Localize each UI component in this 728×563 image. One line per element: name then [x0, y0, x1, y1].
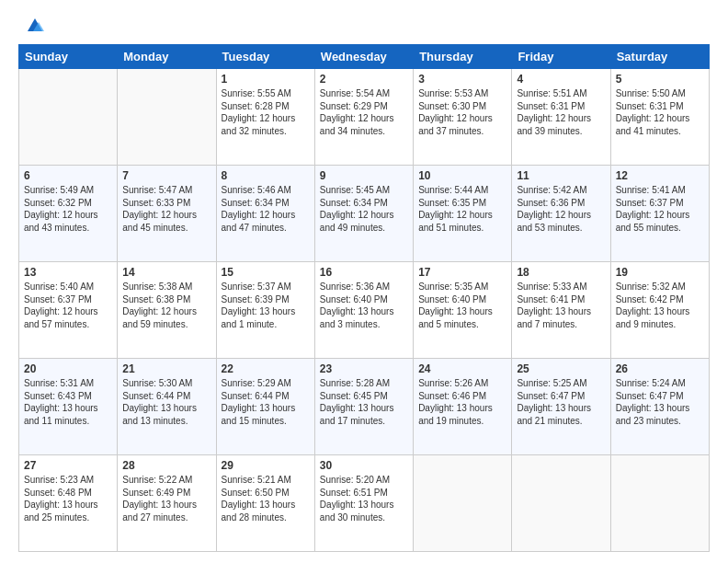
day-info: Sunrise: 5:22 AM Sunset: 6:49 PM Dayligh…	[122, 474, 210, 523]
calendar-cell: 9Sunrise: 5:45 AM Sunset: 6:34 PM Daylig…	[314, 166, 413, 262]
day-number: 6	[24, 169, 112, 182]
calendar-cell: 13Sunrise: 5:40 AM Sunset: 6:37 PM Dayli…	[19, 262, 118, 359]
calendar-cell: 11Sunrise: 5:42 AM Sunset: 6:36 PM Dayli…	[512, 166, 610, 262]
calendar-day-header: Thursday	[414, 45, 512, 69]
day-info: Sunrise: 5:53 AM Sunset: 6:30 PM Dayligh…	[418, 87, 506, 137]
logo	[18, 15, 44, 35]
day-info: Sunrise: 5:37 AM Sunset: 6:39 PM Dayligh…	[222, 281, 310, 330]
calendar-day-header: Tuesday	[216, 45, 314, 69]
day-info: Sunrise: 5:32 AM Sunset: 6:42 PM Dayligh…	[616, 281, 704, 330]
day-number: 7	[122, 169, 210, 182]
calendar-cell: 10Sunrise: 5:44 AM Sunset: 6:35 PM Dayli…	[414, 166, 512, 262]
day-info: Sunrise: 5:44 AM Sunset: 6:35 PM Dayligh…	[418, 184, 506, 234]
calendar-cell: 3Sunrise: 5:53 AM Sunset: 6:30 PM Daylig…	[414, 69, 512, 166]
calendar-cell: 29Sunrise: 5:21 AM Sunset: 6:50 PM Dayli…	[216, 455, 314, 552]
calendar-cell: 23Sunrise: 5:28 AM Sunset: 6:45 PM Dayli…	[314, 359, 413, 455]
day-number: 12	[616, 169, 704, 182]
calendar-cell: 22Sunrise: 5:29 AM Sunset: 6:44 PM Dayli…	[216, 359, 314, 455]
calendar-cell: 4Sunrise: 5:51 AM Sunset: 6:31 PM Daylig…	[512, 69, 610, 166]
calendar-day-header: Saturday	[610, 45, 709, 69]
calendar-cell: 21Sunrise: 5:30 AM Sunset: 6:44 PM Dayli…	[118, 359, 216, 455]
calendar-day-header: Friday	[512, 45, 610, 69]
calendar-cell: 19Sunrise: 5:32 AM Sunset: 6:42 PM Dayli…	[610, 262, 709, 359]
day-info: Sunrise: 5:24 AM Sunset: 6:47 PM Dayligh…	[616, 377, 704, 427]
day-info: Sunrise: 5:55 AM Sunset: 6:28 PM Dayligh…	[222, 87, 310, 137]
day-info: Sunrise: 5:31 AM Sunset: 6:43 PM Dayligh…	[24, 377, 112, 427]
calendar-header-row: SundayMondayTuesdayWednesdayThursdayFrid…	[19, 45, 710, 69]
day-number: 23	[320, 362, 408, 375]
day-number: 9	[320, 169, 408, 182]
day-info: Sunrise: 5:26 AM Sunset: 6:46 PM Dayligh…	[418, 377, 506, 427]
day-number: 25	[517, 362, 605, 375]
calendar-cell: 27Sunrise: 5:23 AM Sunset: 6:48 PM Dayli…	[19, 455, 118, 552]
day-number: 21	[122, 362, 210, 375]
day-number: 11	[517, 169, 605, 182]
day-number: 24	[418, 362, 506, 375]
calendar-cell: 17Sunrise: 5:35 AM Sunset: 6:40 PM Dayli…	[414, 262, 512, 359]
day-info: Sunrise: 5:28 AM Sunset: 6:45 PM Dayligh…	[320, 377, 408, 427]
calendar-cell: 20Sunrise: 5:31 AM Sunset: 6:43 PM Dayli…	[19, 359, 118, 455]
calendar-week-row: 1Sunrise: 5:55 AM Sunset: 6:28 PM Daylig…	[19, 69, 710, 166]
calendar-cell: 12Sunrise: 5:41 AM Sunset: 6:37 PM Dayli…	[610, 166, 709, 262]
day-number: 22	[222, 362, 310, 375]
day-number: 17	[418, 266, 506, 279]
day-info: Sunrise: 5:25 AM Sunset: 6:47 PM Dayligh…	[517, 377, 605, 427]
calendar-cell: 18Sunrise: 5:33 AM Sunset: 6:41 PM Dayli…	[512, 262, 610, 359]
day-info: Sunrise: 5:23 AM Sunset: 6:48 PM Dayligh…	[24, 474, 112, 523]
day-number: 18	[517, 266, 605, 279]
day-info: Sunrise: 5:38 AM Sunset: 6:38 PM Dayligh…	[122, 281, 210, 330]
day-number: 1	[222, 73, 310, 86]
calendar-cell: 16Sunrise: 5:36 AM Sunset: 6:40 PM Dayli…	[314, 262, 413, 359]
day-number: 30	[320, 459, 408, 472]
calendar-cell: 2Sunrise: 5:54 AM Sunset: 6:29 PM Daylig…	[314, 69, 413, 166]
page: SundayMondayTuesdayWednesdayThursdayFrid…	[0, 0, 728, 563]
calendar-cell	[414, 455, 512, 552]
calendar-week-row: 27Sunrise: 5:23 AM Sunset: 6:48 PM Dayli…	[19, 455, 710, 552]
calendar-cell: 5Sunrise: 5:50 AM Sunset: 6:31 PM Daylig…	[610, 69, 709, 166]
day-info: Sunrise: 5:47 AM Sunset: 6:33 PM Dayligh…	[122, 184, 210, 234]
day-info: Sunrise: 5:21 AM Sunset: 6:50 PM Dayligh…	[222, 474, 310, 523]
calendar-cell: 6Sunrise: 5:49 AM Sunset: 6:32 PM Daylig…	[19, 166, 118, 262]
day-info: Sunrise: 5:20 AM Sunset: 6:51 PM Dayligh…	[320, 474, 408, 523]
day-info: Sunrise: 5:46 AM Sunset: 6:34 PM Dayligh…	[222, 184, 310, 234]
day-number: 4	[517, 73, 605, 86]
calendar-day-header: Wednesday	[314, 45, 413, 69]
calendar-cell: 30Sunrise: 5:20 AM Sunset: 6:51 PM Dayli…	[314, 455, 413, 552]
day-info: Sunrise: 5:50 AM Sunset: 6:31 PM Dayligh…	[616, 87, 704, 137]
day-info: Sunrise: 5:33 AM Sunset: 6:41 PM Dayligh…	[517, 281, 605, 330]
day-info: Sunrise: 5:40 AM Sunset: 6:37 PM Dayligh…	[24, 281, 112, 330]
calendar-cell	[610, 455, 709, 552]
header	[18, 15, 710, 35]
day-number: 20	[24, 362, 112, 375]
day-number: 3	[418, 73, 506, 86]
calendar-cell	[512, 455, 610, 552]
day-number: 10	[418, 169, 506, 182]
calendar-week-row: 6Sunrise: 5:49 AM Sunset: 6:32 PM Daylig…	[19, 166, 710, 262]
day-info: Sunrise: 5:45 AM Sunset: 6:34 PM Dayligh…	[320, 184, 408, 234]
day-number: 8	[222, 169, 310, 182]
calendar-cell: 28Sunrise: 5:22 AM Sunset: 6:49 PM Dayli…	[118, 455, 216, 552]
day-info: Sunrise: 5:42 AM Sunset: 6:36 PM Dayligh…	[517, 184, 605, 234]
day-number: 2	[320, 73, 408, 86]
day-number: 26	[616, 362, 704, 375]
calendar-cell: 15Sunrise: 5:37 AM Sunset: 6:39 PM Dayli…	[216, 262, 314, 359]
calendar-cell: 7Sunrise: 5:47 AM Sunset: 6:33 PM Daylig…	[118, 166, 216, 262]
day-number: 16	[320, 266, 408, 279]
day-number: 15	[222, 266, 310, 279]
calendar-cell: 26Sunrise: 5:24 AM Sunset: 6:47 PM Dayli…	[610, 359, 709, 455]
day-info: Sunrise: 5:29 AM Sunset: 6:44 PM Dayligh…	[222, 377, 310, 427]
calendar-cell	[19, 69, 118, 166]
day-number: 19	[616, 266, 704, 279]
day-info: Sunrise: 5:51 AM Sunset: 6:31 PM Dayligh…	[517, 87, 605, 137]
day-info: Sunrise: 5:35 AM Sunset: 6:40 PM Dayligh…	[418, 281, 506, 330]
calendar-cell: 25Sunrise: 5:25 AM Sunset: 6:47 PM Dayli…	[512, 359, 610, 455]
day-number: 13	[24, 266, 112, 279]
day-number: 29	[222, 459, 310, 472]
day-info: Sunrise: 5:36 AM Sunset: 6:40 PM Dayligh…	[320, 281, 408, 330]
calendar-day-header: Monday	[118, 45, 216, 69]
day-number: 27	[24, 459, 112, 472]
calendar-table: SundayMondayTuesdayWednesdayThursdayFrid…	[18, 44, 710, 552]
calendar-cell: 24Sunrise: 5:26 AM Sunset: 6:46 PM Dayli…	[414, 359, 512, 455]
logo-icon	[24, 15, 44, 35]
day-number: 5	[616, 73, 704, 86]
